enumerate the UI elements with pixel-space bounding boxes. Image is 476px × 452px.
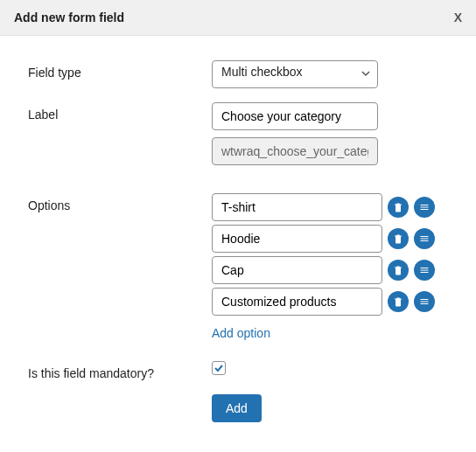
drag-handle-icon[interactable] <box>414 291 435 312</box>
mandatory-checkbox[interactable] <box>212 361 226 375</box>
row-mandatory: Is this field mandatory? <box>28 361 448 380</box>
trash-icon[interactable] <box>388 228 409 249</box>
dialog-header: Add new form field X <box>0 0 476 36</box>
option-row <box>212 193 448 221</box>
form-body: Field type Multi checkbox Label Options … <box>0 36 476 452</box>
row-field-type: Field type Multi checkbox <box>28 60 448 88</box>
option-input[interactable] <box>212 225 382 253</box>
option-row <box>212 288 448 316</box>
field-type-label: Field type <box>28 60 212 80</box>
field-type-select[interactable]: Multi checkbox <box>212 60 378 88</box>
option-input[interactable] <box>212 193 382 221</box>
option-row <box>212 256 448 284</box>
option-input[interactable] <box>212 288 382 316</box>
add-button[interactable]: Add <box>212 394 262 422</box>
trash-icon[interactable] <box>388 197 409 218</box>
slug-input <box>212 137 378 165</box>
close-button[interactable]: X <box>454 10 462 24</box>
trash-icon[interactable] <box>388 260 409 281</box>
option-row <box>212 225 448 253</box>
dialog-title: Add new form field <box>14 10 124 24</box>
label-label: Label <box>28 102 212 122</box>
drag-handle-icon[interactable] <box>414 197 435 218</box>
trash-icon[interactable] <box>388 291 409 312</box>
add-option-link[interactable]: Add option <box>212 326 270 340</box>
option-input[interactable] <box>212 256 382 284</box>
options-label: Options <box>28 193 212 212</box>
row-slug <box>28 137 448 165</box>
drag-handle-icon[interactable] <box>414 228 435 249</box>
field-type-select-wrap: Multi checkbox <box>212 60 378 88</box>
row-label: Label <box>28 102 448 130</box>
options-list: Add option <box>212 193 448 340</box>
row-options: Options Add option <box>28 193 448 340</box>
drag-handle-icon[interactable] <box>414 260 435 281</box>
row-submit: Add <box>28 394 448 422</box>
mandatory-label: Is this field mandatory? <box>28 361 212 380</box>
label-input[interactable] <box>212 102 378 130</box>
